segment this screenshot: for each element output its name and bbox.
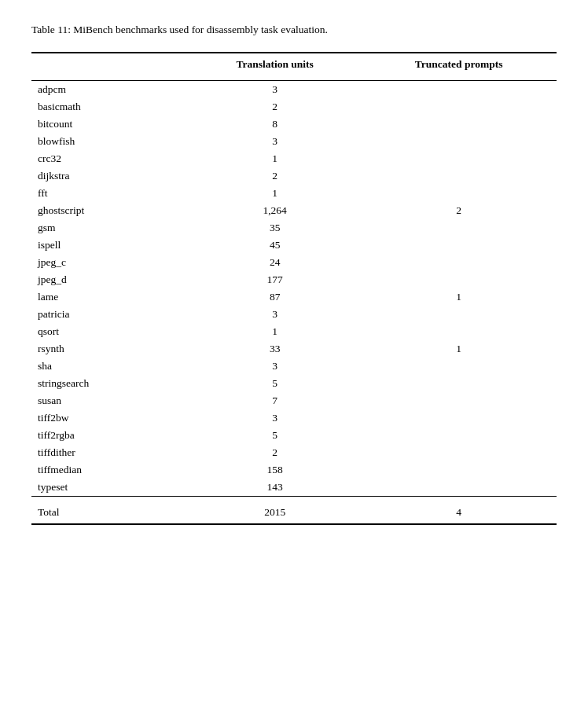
row-truncated bbox=[361, 185, 557, 202]
row-units: 5 bbox=[189, 427, 361, 444]
row-units: 8 bbox=[189, 116, 361, 133]
total-row: Total 2015 4 bbox=[31, 501, 557, 524]
row-benchmark-name: dijkstra bbox=[31, 167, 189, 185]
row-units: 7 bbox=[189, 392, 361, 409]
table-row: tiff2rgba5 bbox=[31, 427, 557, 444]
row-units: 158 bbox=[189, 461, 361, 479]
table-row: tiffmedian158 bbox=[31, 461, 557, 479]
table-row: qsort1 bbox=[31, 323, 557, 340]
row-truncated bbox=[361, 392, 557, 409]
total-label: Total bbox=[31, 501, 189, 524]
row-truncated bbox=[361, 150, 557, 167]
row-truncated bbox=[361, 323, 557, 340]
row-units: 45 bbox=[189, 237, 361, 254]
row-truncated bbox=[361, 409, 557, 427]
row-truncated bbox=[361, 479, 557, 497]
table-row: crc321 bbox=[31, 150, 557, 167]
table-row: fft1 bbox=[31, 185, 557, 202]
table-row: dijkstra2 bbox=[31, 167, 557, 185]
col-subheader-name bbox=[31, 71, 189, 81]
row-units: 2 bbox=[189, 167, 361, 185]
total-units: 2015 bbox=[189, 501, 361, 524]
row-benchmark-name: qsort bbox=[31, 323, 189, 340]
row-truncated bbox=[361, 461, 557, 479]
col-subheader-units bbox=[189, 71, 361, 81]
table-row: sha3 bbox=[31, 358, 557, 375]
row-units: 1 bbox=[189, 323, 361, 340]
table-container: Translation units Truncated prompts adpc… bbox=[31, 52, 557, 525]
row-benchmark-name: typeset bbox=[31, 479, 189, 497]
table-row: stringsearch5 bbox=[31, 375, 557, 392]
col-header-truncated: Truncated prompts bbox=[361, 53, 557, 71]
row-units: 1 bbox=[189, 150, 361, 167]
table-row: blowfish3 bbox=[31, 133, 557, 150]
row-truncated bbox=[361, 254, 557, 271]
row-units: 1,264 bbox=[189, 202, 361, 219]
table-row: rsynth331 bbox=[31, 340, 557, 358]
row-benchmark-name: lame bbox=[31, 288, 189, 306]
table-row: ispell45 bbox=[31, 237, 557, 254]
row-benchmark-name: jpeg_c bbox=[31, 254, 189, 271]
col-subheader-truncated bbox=[361, 71, 557, 81]
row-truncated: 1 bbox=[361, 288, 557, 306]
table-row: susan7 bbox=[31, 392, 557, 409]
row-benchmark-name: gsm bbox=[31, 219, 189, 237]
row-truncated bbox=[361, 81, 557, 99]
row-truncated bbox=[361, 167, 557, 185]
row-units: 3 bbox=[189, 358, 361, 375]
row-units: 35 bbox=[189, 219, 361, 237]
row-truncated bbox=[361, 375, 557, 392]
benchmark-table: Translation units Truncated prompts adpc… bbox=[31, 52, 557, 525]
total-truncated: 4 bbox=[361, 501, 557, 524]
row-benchmark-name: tiffdither bbox=[31, 444, 189, 461]
table-row: tiff2bw3 bbox=[31, 409, 557, 427]
row-units: 5 bbox=[189, 375, 361, 392]
row-units: 24 bbox=[189, 254, 361, 271]
row-units: 3 bbox=[189, 409, 361, 427]
table-row: typeset143 bbox=[31, 479, 557, 497]
row-truncated bbox=[361, 358, 557, 375]
table-caption: Table 11: MiBench benchmarks used for di… bbox=[31, 24, 557, 36]
row-benchmark-name: rsynth bbox=[31, 340, 189, 358]
row-units: 33 bbox=[189, 340, 361, 358]
table-row: adpcm3 bbox=[31, 81, 557, 99]
row-benchmark-name: stringsearch bbox=[31, 375, 189, 392]
row-benchmark-name: basicmath bbox=[31, 98, 189, 116]
row-benchmark-name: susan bbox=[31, 392, 189, 409]
row-units: 143 bbox=[189, 479, 361, 497]
table-row: lame871 bbox=[31, 288, 557, 306]
row-units: 1 bbox=[189, 185, 361, 202]
row-benchmark-name: adpcm bbox=[31, 81, 189, 99]
row-benchmark-name: tiffmedian bbox=[31, 461, 189, 479]
table-row: tiffdither2 bbox=[31, 444, 557, 461]
row-truncated bbox=[361, 306, 557, 323]
row-benchmark-name: ghostscript bbox=[31, 202, 189, 219]
col-header-name bbox=[31, 53, 189, 71]
row-truncated bbox=[361, 271, 557, 288]
table-row: patricia3 bbox=[31, 306, 557, 323]
table-row: gsm35 bbox=[31, 219, 557, 237]
row-units: 2 bbox=[189, 444, 361, 461]
table-row: bitcount8 bbox=[31, 116, 557, 133]
row-benchmark-name: jpeg_d bbox=[31, 271, 189, 288]
row-benchmark-name: tiff2bw bbox=[31, 409, 189, 427]
row-truncated bbox=[361, 444, 557, 461]
row-truncated bbox=[361, 219, 557, 237]
row-benchmark-name: crc32 bbox=[31, 150, 189, 167]
row-benchmark-name: blowfish bbox=[31, 133, 189, 150]
row-truncated: 1 bbox=[361, 340, 557, 358]
row-units: 3 bbox=[189, 133, 361, 150]
row-units: 87 bbox=[189, 288, 361, 306]
row-truncated: 2 bbox=[361, 202, 557, 219]
row-benchmark-name: bitcount bbox=[31, 116, 189, 133]
table-row: jpeg_d177 bbox=[31, 271, 557, 288]
table-row: ghostscript1,2642 bbox=[31, 202, 557, 219]
table-row: basicmath2 bbox=[31, 98, 557, 116]
row-benchmark-name: tiff2rgba bbox=[31, 427, 189, 444]
row-units: 3 bbox=[189, 306, 361, 323]
row-truncated bbox=[361, 98, 557, 116]
row-benchmark-name: fft bbox=[31, 185, 189, 202]
row-benchmark-name: patricia bbox=[31, 306, 189, 323]
table-row: jpeg_c24 bbox=[31, 254, 557, 271]
row-units: 2 bbox=[189, 98, 361, 116]
